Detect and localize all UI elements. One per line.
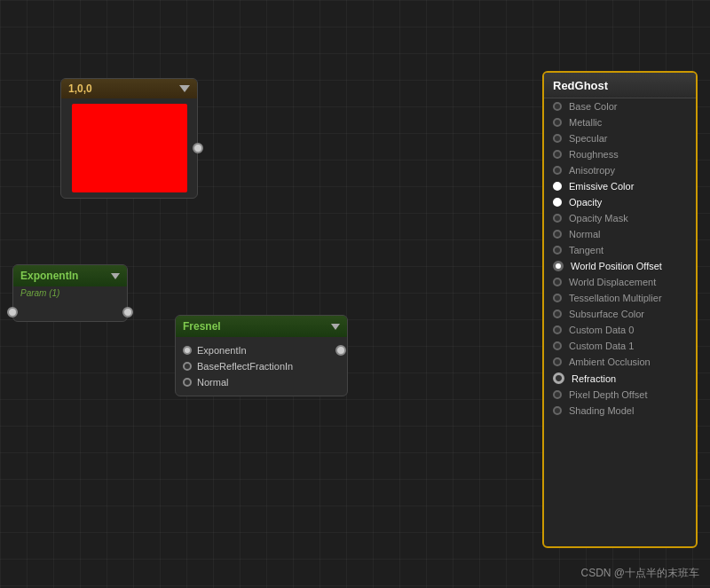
mat-dot-normal (553, 230, 562, 239)
fresnel-exponent-pin[interactable] (183, 346, 192, 355)
mat-pin-anisotropy[interactable]: Anisotropy (544, 162, 696, 178)
mat-pin-specular[interactable]: Specular (544, 130, 696, 146)
mat-label-opacity: Opacity (569, 197, 602, 208)
mat-pin-opacity[interactable]: Opacity (544, 194, 696, 210)
mat-label-metallic: Metallic (569, 117, 602, 128)
exponent-node[interactable]: ExponentIn Param (1) (12, 264, 128, 322)
watermark: CSDN @十点半的末班车 (580, 566, 699, 581)
mat-dot-base-color (553, 102, 562, 111)
mat-dot-subsurface (553, 310, 562, 318)
mat-dot-refraction (553, 372, 564, 384)
mat-pin-tangent[interactable]: Tangent (544, 242, 696, 258)
mat-label-tangent: Tangent (569, 245, 604, 255)
mat-pin-world-pos[interactable]: World Position Offset (544, 258, 696, 274)
color-node-header: 1,0,0 (61, 79, 197, 98)
mat-dot-world-disp (553, 278, 562, 286)
material-node[interactable]: RedGhost Base Color Metallic Specular Ro… (542, 71, 698, 548)
mat-pin-metallic[interactable]: Metallic (544, 114, 696, 130)
material-node-header: RedGhost (544, 73, 696, 98)
mat-label-refraction: Refraction (572, 373, 616, 384)
mat-pin-opacity-mask[interactable]: Opacity Mask (544, 210, 696, 226)
mat-label-pixel-depth: Pixel Depth Offset (569, 389, 647, 400)
exponent-node-subtitle: Param (1) (13, 286, 127, 303)
mat-label-world-disp: World Displacement (569, 277, 656, 287)
mat-dot-tess-mult (553, 294, 562, 302)
mat-dot-opacity (553, 198, 562, 207)
color-node-title: 1,0,0 (68, 82, 92, 95)
color-swatch (72, 104, 187, 192)
mat-pin-emissive[interactable]: Emissive Color (544, 178, 696, 194)
mat-pin-shading-model[interactable]: Shading Model (544, 403, 696, 419)
exponent-node-body (13, 303, 127, 321)
mat-pin-world-disp[interactable]: World Displacement (544, 274, 696, 290)
fresnel-exponent-label: ExponentIn (197, 345, 247, 356)
mat-pin-refraction[interactable]: Refraction (544, 370, 696, 387)
mat-label-opacity-mask: Opacity Mask (569, 213, 628, 223)
fresnel-node-header: Fresnel (176, 316, 347, 337)
mat-label-custom0: Custom Data 0 (569, 325, 634, 335)
mat-dot-roughness (553, 150, 562, 159)
mat-pin-base-color[interactable]: Base Color (544, 98, 696, 114)
mat-pin-roughness[interactable]: Roughness (544, 146, 696, 162)
mat-label-subsurface: Subsurface Color (569, 309, 644, 319)
mat-dot-custom1 (553, 341, 562, 350)
fresnel-exponent-row: ExponentIn (183, 342, 340, 358)
exponent-node-header: ExponentIn (13, 265, 127, 286)
mat-label-tess-mult: Tessellation Multiplier (569, 293, 662, 303)
mat-dot-pixel-depth (553, 390, 562, 399)
fresnel-node-body: ExponentIn BaseReflectFractionIn Normal (176, 337, 347, 396)
color-node-body (61, 98, 197, 198)
mat-pin-subsurface[interactable]: Subsurface Color (544, 306, 696, 322)
fresnel-normal-row: Normal (183, 374, 340, 390)
fresnel-basereflect-row: BaseReflectFractionIn (183, 358, 340, 374)
fresnel-output-pin[interactable] (335, 345, 346, 356)
mat-label-base-color: Base Color (569, 101, 617, 112)
mat-dot-ambient (553, 357, 562, 366)
mat-dot-anisotropy (553, 166, 562, 175)
mat-pin-pixel-depth[interactable]: Pixel Depth Offset (544, 387, 696, 403)
mat-dot-specular (553, 134, 562, 143)
exponent-node-title: ExponentIn (20, 270, 78, 282)
exponent-input-pin[interactable] (7, 307, 18, 318)
mat-dot-opacity-mask (553, 214, 562, 223)
fresnel-basereflect-label: BaseReflectFractionIn (197, 361, 293, 372)
mat-dot-tangent (553, 246, 562, 255)
material-node-title: RedGhost (553, 79, 608, 92)
expand-arrow-icon[interactable] (179, 85, 190, 92)
mat-pin-custom0[interactable]: Custom Data 0 (544, 322, 696, 338)
fresnel-normal-pin[interactable] (183, 378, 192, 387)
mat-dot-emissive (553, 182, 562, 191)
mat-dot-shading-model (553, 406, 562, 415)
color-constant-node[interactable]: 1,0,0 (60, 78, 198, 199)
mat-label-specular: Specular (569, 133, 607, 144)
mat-pin-ambient[interactable]: Ambient Occlusion (544, 354, 696, 370)
mat-label-emissive: Emissive Color (569, 181, 634, 192)
mat-dot-custom0 (553, 325, 562, 334)
mat-label-roughness: Roughness (569, 149, 619, 160)
mat-dot-metallic (553, 118, 562, 127)
mat-pin-normal[interactable]: Normal (544, 226, 696, 242)
mat-label-ambient: Ambient Occlusion (569, 357, 651, 367)
color-output-pin[interactable] (193, 143, 203, 153)
exponent-expand-icon[interactable] (111, 273, 120, 279)
mat-label-anisotropy: Anisotropy (569, 165, 615, 176)
mat-pin-custom1[interactable]: Custom Data 1 (544, 338, 696, 354)
fresnel-node[interactable]: Fresnel ExponentIn BaseReflectFractionIn… (175, 315, 348, 396)
fresnel-node-title: Fresnel (183, 320, 221, 333)
mat-label-world-pos: World Position Offset (571, 261, 662, 271)
mat-pin-tess-mult[interactable]: Tessellation Multiplier (544, 290, 696, 306)
mat-label-normal: Normal (569, 229, 600, 239)
fresnel-basereflect-pin[interactable] (183, 362, 192, 371)
mat-dot-world-pos (553, 261, 564, 271)
mat-label-custom1: Custom Data 1 (569, 341, 634, 351)
fresnel-expand-icon[interactable] (331, 324, 340, 330)
fresnel-normal-label: Normal (197, 377, 228, 388)
mat-label-shading-model: Shading Model (569, 405, 634, 416)
exponent-output-pin[interactable] (122, 307, 133, 318)
